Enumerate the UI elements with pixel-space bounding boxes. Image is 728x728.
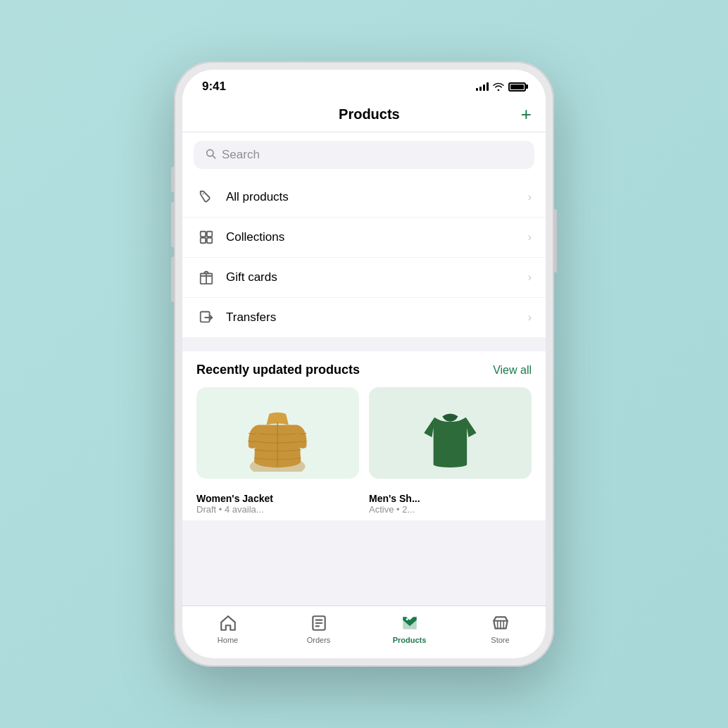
jacket-meta: Draft • 4 availa...: [196, 504, 359, 515]
nav-bar: Products +: [182, 99, 546, 132]
products-scroll: [196, 387, 532, 479]
collection-icon: [196, 227, 216, 247]
search-placeholder: Search: [222, 148, 260, 162]
menu-item-all-products[interactable]: All products ›: [182, 177, 546, 218]
product-info-tshirt: Men's Sh... Active • 2...: [369, 493, 532, 515]
tshirt-image: [369, 387, 532, 479]
tab-orders[interactable]: Orders: [273, 613, 364, 644]
tab-products[interactable]: Products: [364, 613, 455, 644]
menu-list: All products ›: [182, 177, 546, 337]
scrollable-content: Search All: [182, 132, 546, 658]
product-card-tshirt[interactable]: [369, 387, 532, 479]
status-icons: [476, 82, 526, 92]
search-container: Search: [182, 132, 546, 177]
transfer-icon: [196, 308, 216, 327]
tshirt-svg: [385, 396, 515, 470]
chevron-right-icon: ›: [528, 231, 532, 244]
svg-point-18: [406, 618, 408, 620]
product-info-row: Women's Jacket Draft • 4 availa... Men's…: [182, 487, 546, 520]
bottom-tab-bar: Home Orders: [182, 606, 546, 658]
home-tab-label: Home: [218, 636, 238, 644]
recently-header: Recently updated products View all: [196, 363, 532, 377]
tshirt-name: Men's Sh...: [369, 493, 532, 504]
gift-icon: [196, 268, 216, 287]
home-icon: [218, 613, 238, 633]
view-all-button[interactable]: View all: [493, 364, 532, 377]
page-title: Products: [339, 106, 400, 123]
products-tab-icon: [400, 613, 420, 633]
phone-screen: 9:41: [182, 70, 546, 658]
jacket-svg: [208, 394, 346, 472]
menu-item-collections[interactable]: Collections ›: [182, 218, 546, 258]
tab-store[interactable]: Store: [455, 613, 546, 644]
store-tab-label: Store: [491, 636, 509, 644]
jacket-name: Women's Jacket: [196, 493, 359, 504]
side-button-volume-down: [171, 257, 174, 302]
jacket-image: [196, 387, 359, 479]
phone-wrapper: 9:41: [174, 61, 554, 667]
svg-rect-10: [201, 312, 210, 322]
gray-spacer: [182, 337, 546, 351]
svg-rect-5: [201, 238, 206, 243]
all-products-label: All products: [226, 190, 289, 204]
tab-home[interactable]: Home: [182, 613, 273, 644]
status-time: 9:41: [202, 80, 226, 94]
recently-title: Recently updated products: [196, 363, 360, 377]
menu-item-gift-cards[interactable]: Gift cards ›: [182, 258, 546, 298]
status-bar: 9:41: [182, 70, 546, 99]
search-bar[interactable]: Search: [194, 141, 534, 169]
side-button-power: [554, 209, 557, 272]
svg-rect-4: [207, 232, 212, 237]
search-icon: [205, 148, 216, 162]
side-button-mute: [171, 167, 174, 192]
battery-icon: [508, 82, 526, 92]
side-button-volume-up: [171, 202, 174, 247]
recently-updated-section: Recently updated products View all: [182, 351, 546, 487]
svg-line-1: [213, 156, 215, 158]
wifi-icon: [493, 82, 504, 91]
product-card-jacket[interactable]: [196, 387, 359, 479]
svg-rect-6: [207, 238, 212, 243]
tag-icon: [196, 187, 216, 207]
svg-rect-3: [201, 232, 206, 237]
collections-label: Collections: [226, 230, 284, 244]
products-tab-label: Products: [393, 636, 427, 644]
chevron-right-icon: ›: [528, 191, 532, 203]
orders-tab-label: Orders: [307, 636, 331, 644]
transfers-label: Transfers: [226, 310, 276, 325]
add-product-button[interactable]: +: [521, 105, 532, 123]
menu-item-transfers[interactable]: Transfers ›: [182, 298, 546, 337]
chevron-right-icon: ›: [528, 311, 532, 324]
svg-point-2: [203, 194, 204, 195]
orders-icon: [309, 613, 329, 633]
product-info-jacket: Women's Jacket Draft • 4 availa...: [196, 493, 359, 515]
tshirt-meta: Active • 2...: [369, 504, 532, 515]
chevron-right-icon: ›: [528, 271, 532, 284]
store-icon: [491, 613, 510, 633]
gift-cards-label: Gift cards: [226, 270, 277, 284]
signal-icon: [476, 82, 489, 91]
